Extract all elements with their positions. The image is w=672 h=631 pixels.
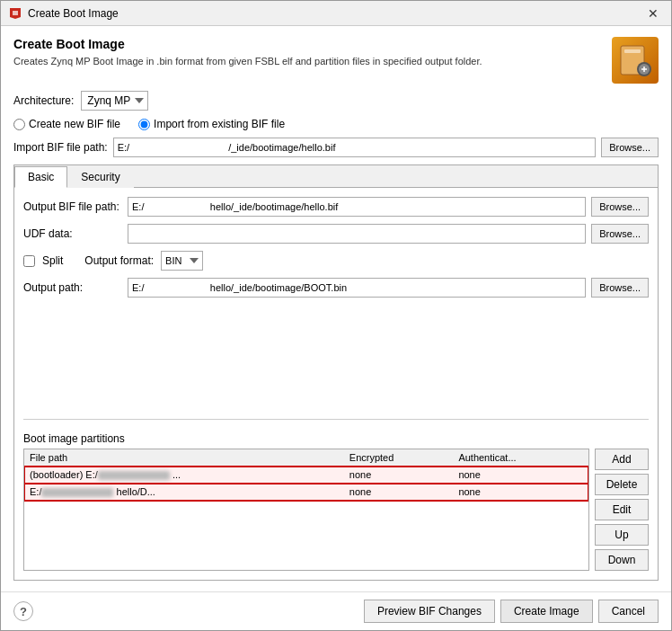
tab-bar: Basic Security [14, 165, 658, 188]
edit-partition-button[interactable]: Edit [595, 499, 649, 520]
help-button[interactable]: ? [13, 601, 33, 621]
import-bif-path-input[interactable] [113, 138, 596, 157]
output-path-label: Output path: [23, 281, 122, 294]
udf-data-label: UDF data: [23, 227, 122, 240]
create-boot-image-dialog: Create Boot Image ✕ Create Boot Image Cr… [0, 0, 672, 631]
split-label: Split [42, 254, 63, 267]
dialog-main-title: Create Boot Image [13, 37, 603, 51]
separator [23, 419, 649, 420]
create-new-bif-input[interactable] [13, 119, 25, 130]
dialog-title-section: Create Boot Image Creates Zynq MP Boot I… [13, 37, 603, 68]
down-partition-button[interactable]: Down [595, 549, 649, 571]
partition-authenticated: none [453, 484, 588, 501]
import-bif-browse-button[interactable]: Browse... [601, 138, 659, 157]
svg-rect-1 [13, 11, 18, 15]
partition-authenticated: none [453, 467, 588, 484]
partitions-buttons: Add Delete Edit Up Down [595, 449, 649, 571]
output-format-select[interactable]: BIN HEX [161, 251, 203, 271]
delete-partition-button[interactable]: Delete [595, 474, 649, 495]
create-image-button[interactable]: Create Image [500, 600, 593, 623]
table-row[interactable]: E:/ hello/D...nonenone [24, 484, 588, 501]
partitions-header-row: File path Encrypted Authenticat... [24, 449, 588, 467]
up-partition-button[interactable]: Up [595, 524, 649, 546]
col-header-filepath: File path [24, 449, 344, 467]
tab-basic[interactable]: Basic [14, 166, 67, 188]
udf-data-row: UDF data: Browse... [23, 224, 649, 244]
title-bar-text: Create Boot Image [28, 7, 119, 20]
import-bif-path-row: Import BIF file path: Browse... [13, 138, 659, 157]
import-bif-radio[interactable]: Import from existing BIF file [138, 118, 285, 130]
architecture-label: Architecture: [13, 94, 74, 107]
output-bif-path-row: Output BIF file path: Browse... [23, 197, 649, 217]
col-header-encrypted: Encrypted [344, 449, 454, 467]
output-path-browse-button[interactable]: Browse... [591, 278, 649, 298]
output-bif-path-input[interactable] [128, 197, 586, 217]
boot-image-icon [617, 42, 653, 78]
output-path-input[interactable] [128, 278, 586, 298]
tab-security[interactable]: Security [67, 166, 133, 188]
close-button[interactable]: ✕ [642, 4, 664, 22]
import-bif-input[interactable] [138, 119, 150, 130]
partition-filepath: (bootloader) E:/ ... [24, 467, 344, 484]
col-header-authenticated: Authenticat... [453, 449, 588, 467]
add-partition-button[interactable]: Add [595, 449, 649, 470]
partitions-area: File path Encrypted Authenticat... (boot… [23, 449, 649, 571]
partitions-label: Boot image partitions [23, 432, 649, 445]
partition-filepath: E:/ hello/D... [24, 484, 344, 501]
split-format-row: Split Output format: BIN HEX [23, 251, 649, 271]
dialog-header: Create Boot Image Creates Zynq MP Boot I… [13, 37, 659, 84]
table-row[interactable]: (bootloader) E:/ ...nonenone [24, 467, 588, 484]
import-bif-path-label: Import BIF file path: [13, 141, 108, 154]
udf-data-input[interactable] [128, 224, 586, 244]
dialog-body: Create Boot Image Creates Zynq MP Boot I… [1, 26, 671, 591]
architecture-row: Architecture: Zynq MP Zynq Versal [13, 91, 659, 111]
output-bif-path-label: Output BIF file path: [23, 200, 122, 213]
preview-bif-button[interactable]: Preview BIF Changes [364, 600, 495, 623]
dialog-footer: ? Preview BIF Changes Create Image Cance… [1, 591, 671, 630]
dialog-icon-area [612, 37, 659, 84]
cancel-button[interactable]: Cancel [598, 600, 659, 623]
output-bif-browse-button[interactable]: Browse... [591, 197, 649, 217]
output-path-row: Output path: Browse... [23, 278, 649, 298]
output-format-label: Output format: [84, 254, 154, 267]
split-checkbox[interactable] [23, 255, 35, 267]
title-bar-left: Create Boot Image [8, 6, 119, 21]
partitions-table-container[interactable]: File path Encrypted Authenticat... (boot… [23, 449, 589, 571]
architecture-select[interactable]: Zynq MP Zynq Versal [81, 91, 148, 111]
title-bar: Create Boot Image ✕ [1, 1, 671, 26]
partition-encrypted: none [344, 467, 454, 484]
partitions-section: Boot image partitions File path Encrypte… [23, 432, 649, 571]
create-new-bif-radio[interactable]: Create new BIF file [13, 118, 120, 130]
spacer [23, 305, 649, 406]
app-icon [8, 6, 22, 21]
tab-basic-content: Output BIF file path: Browse... UDF data… [14, 188, 658, 580]
footer-buttons: Preview BIF Changes Create Image Cancel [364, 600, 659, 623]
svg-rect-3 [624, 49, 641, 53]
tab-container: Basic Security Output BIF file path: Bro… [13, 164, 659, 581]
dialog-description: Creates Zynq MP Boot Image in .bin forma… [13, 55, 603, 68]
partition-encrypted: none [344, 484, 454, 501]
udf-browse-button[interactable]: Browse... [591, 224, 649, 244]
bif-radio-row: Create new BIF file Import from existing… [13, 118, 659, 130]
partitions-table: File path Encrypted Authenticat... (boot… [24, 449, 588, 501]
